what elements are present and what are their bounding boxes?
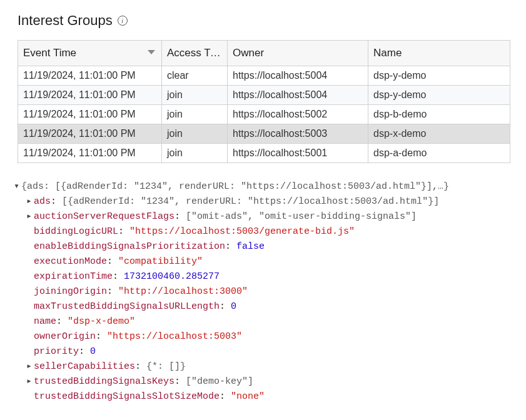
- tree-node-enableBiddingSignalsPrioritization[interactable]: enableBiddingSignalsPrioritization: fals…: [9, 239, 520, 254]
- tree-node-expirationTime[interactable]: expirationTime: 1732100460.285277: [9, 269, 520, 284]
- col-header-name[interactable]: Name: [368, 41, 510, 66]
- sort-desc-icon: [148, 50, 155, 54]
- interest-groups-table: Event Time Access Ty… Owner Name 11/19/2…: [18, 40, 510, 163]
- cell-type: join: [162, 144, 228, 163]
- cell-name: dsp-a-demo: [368, 144, 510, 163]
- cell-name: dsp-x-demo: [368, 124, 510, 144]
- chevron-right-icon[interactable]: [26, 374, 34, 389]
- col-header-event-time[interactable]: Event Time: [18, 41, 162, 66]
- detail-tree: {ads: [{adRenderId: "1234", renderURL: "…: [9, 179, 520, 404]
- cell-owner: https://localhost:5004: [228, 66, 368, 86]
- col-header-owner[interactable]: Owner: [228, 41, 368, 66]
- panel-title-row: Interest Groups i: [18, 12, 520, 29]
- tree-node-executionMode[interactable]: executionMode: "compatibility": [9, 254, 520, 269]
- cell-time: 11/19/2024, 11:01:00 PM: [18, 144, 162, 163]
- table-row[interactable]: 11/19/2024, 11:01:00 PMjoinhttps://local…: [18, 86, 510, 105]
- cell-name: dsp-b-demo: [368, 105, 510, 124]
- tree-node-biddingLogicURL[interactable]: biddingLogicURL: "https://localhost:5003…: [9, 224, 520, 239]
- cell-owner: https://localhost:5003: [228, 124, 368, 144]
- tree-node-joiningOrigin[interactable]: joiningOrigin: "http://localhost:3000": [9, 284, 520, 299]
- chevron-down-icon[interactable]: [14, 179, 21, 194]
- cell-type: join: [162, 124, 228, 144]
- cell-type: join: [162, 86, 228, 105]
- table-row[interactable]: 11/19/2024, 11:01:00 PMjoinhttps://local…: [18, 124, 510, 144]
- cell-time: 11/19/2024, 11:01:00 PM: [18, 66, 162, 86]
- cell-time: 11/19/2024, 11:01:00 PM: [18, 124, 162, 144]
- tree-node-maxTrustedBiddingSignalsURLLength[interactable]: maxTrustedBiddingSignalsURLLength: 0: [9, 299, 520, 314]
- tree-node-name[interactable]: name: "dsp-x-demo": [9, 314, 520, 329]
- col-header-access-type[interactable]: Access Ty…: [162, 41, 228, 66]
- tree-node-ads[interactable]: ads: [{adRenderId: "1234", renderURL: "h…: [9, 194, 520, 209]
- cell-owner: https://localhost:5001: [228, 144, 368, 163]
- tree-node-trustedBiddingSignalsKeys[interactable]: trustedBiddingSignalsKeys: ["demo-key"]: [9, 374, 520, 389]
- cell-type: clear: [162, 66, 228, 86]
- chevron-right-icon[interactable]: [26, 359, 34, 374]
- cell-owner: https://localhost:5002: [228, 105, 368, 124]
- cell-name: dsp-y-demo: [368, 86, 510, 105]
- tree-node-trustedBiddingSignalsSlotSizeMode[interactable]: trustedBiddingSignalsSlotSizeMode: "none…: [9, 389, 520, 404]
- chevron-right-icon[interactable]: [26, 194, 34, 209]
- tree-node-priority[interactable]: priority: 0: [9, 344, 520, 359]
- cell-type: join: [162, 105, 228, 124]
- table-row[interactable]: 11/19/2024, 11:01:00 PMjoinhttps://local…: [18, 105, 510, 124]
- info-icon[interactable]: i: [118, 16, 128, 26]
- cell-time: 11/19/2024, 11:01:00 PM: [18, 105, 162, 124]
- table-body: 11/19/2024, 11:01:00 PMclearhttps://loca…: [18, 66, 510, 163]
- cell-time: 11/19/2024, 11:01:00 PM: [18, 86, 162, 105]
- chevron-right-icon[interactable]: [26, 209, 34, 224]
- table-header-row: Event Time Access Ty… Owner Name: [18, 41, 510, 66]
- panel-title: Interest Groups: [18, 12, 113, 29]
- tree-root[interactable]: {ads: [{adRenderId: "1234", renderURL: "…: [9, 179, 520, 194]
- tree-node-ownerOrigin[interactable]: ownerOrigin: "https://localhost:5003": [9, 329, 520, 344]
- table-row[interactable]: 11/19/2024, 11:01:00 PMjoinhttps://local…: [18, 144, 510, 163]
- cell-owner: https://localhost:5004: [228, 86, 368, 105]
- table-row[interactable]: 11/19/2024, 11:01:00 PMclearhttps://loca…: [18, 66, 510, 86]
- tree-node-sellerCapabilities[interactable]: sellerCapabilities: {*: []}: [9, 359, 520, 374]
- tree-node-auctionServerRequestFlags[interactable]: auctionServerRequestFlags: ["omit-ads", …: [9, 209, 520, 224]
- cell-name: dsp-y-demo: [368, 66, 510, 86]
